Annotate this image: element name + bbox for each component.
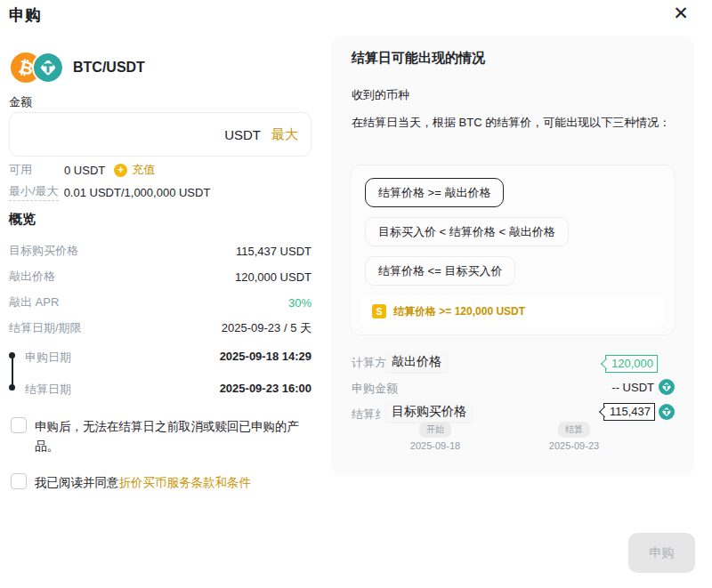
overview-row-label: 目标购买价格 xyxy=(9,243,78,259)
overview-row: 敲出价格 120,000 USDT xyxy=(9,269,312,285)
subscription-dialog: 申购 ✕ ₿ BTC/USDT 金额 USDT 最大 可用 0 USDT + 充… xyxy=(0,0,712,588)
agreement-checkbox-1[interactable] xyxy=(11,417,27,433)
scenario-card: 结算价格 >= 敲出价格 目标买入价 < 结算价格 < 敲出价格 结算价格 <=… xyxy=(350,165,676,335)
usdt-icon xyxy=(659,404,675,420)
subscribe-button[interactable]: 申购 xyxy=(628,533,695,573)
timeline-label: 结算日期 xyxy=(25,382,71,398)
usdt-icon xyxy=(32,52,64,84)
settle-badge-icon: S xyxy=(372,304,386,318)
agreement-row-2: 我已阅读并同意折价买币服务条款和条件 xyxy=(11,473,302,493)
usdt-icon xyxy=(659,379,675,395)
agreement-checkbox-2[interactable] xyxy=(11,473,27,489)
detail-label-settle: 结算纟 xyxy=(352,407,386,423)
product-pair: ₿ BTC/USDT xyxy=(11,52,145,84)
scenario-highlight: S 结算价格 >= 120,000 USDT xyxy=(361,295,664,327)
minmax-label: 最小/最大 xyxy=(9,183,59,201)
detail-value-amount: -- USDT xyxy=(611,379,675,395)
scenario-pill-between[interactable]: 目标买入价 < 结算价格 < 敲出价格 xyxy=(365,217,569,246)
timeline-line xyxy=(12,355,13,387)
timeline-value: 2025-09-23 16:00 xyxy=(220,382,312,398)
overview-row-value: 120,000 USDT xyxy=(235,270,312,284)
scenario-highlight-text: 结算价格 >= 120,000 USDT xyxy=(393,304,525,319)
amount-input-box: USDT 最大 xyxy=(9,112,312,157)
detail-label-calc: 计算方 xyxy=(352,355,386,371)
chart-target-label: 目标购买价格 xyxy=(386,402,472,422)
scenario-pill-knockout[interactable]: 结算价格 >= 敲出价格 xyxy=(365,178,504,207)
axis-start-date: 2025-09-18 xyxy=(386,440,484,451)
chart-axis-settle: 结算 2025-09-23 xyxy=(525,420,623,451)
scenario-pill-below-target[interactable]: 结算价格 <= 目标买入价 xyxy=(365,256,515,286)
available-label: 可用 xyxy=(9,162,64,178)
agreement-row-1: 申购后，无法在结算日之前取消或赎回已申购的产品。 xyxy=(11,417,302,457)
axis-settle-date: 2025-09-23 xyxy=(525,440,623,451)
overview-row: 敲出 APR 30% xyxy=(9,294,312,310)
amount-currency: USDT xyxy=(224,127,261,142)
available-row: 可用 0 USDT + 充值 xyxy=(9,162,312,178)
deposit-plus-icon[interactable]: + xyxy=(114,164,127,177)
panel-description: 在结算日当天，根据 BTC 的结算价，可能出现以下三种情况： xyxy=(352,112,676,133)
panel-title: 结算日可能出现的情况 xyxy=(352,50,485,67)
available-value: 0 USDT xyxy=(64,164,105,177)
overview-row-value: 115,437 USDT xyxy=(236,245,312,258)
page-title: 申购 xyxy=(9,4,41,26)
chart-axis-start: 开始 2025-09-18 xyxy=(386,420,484,451)
overview-title: 概览 xyxy=(9,211,36,228)
amount-value-text: -- USDT xyxy=(611,381,654,394)
agreement-text-prefix: 我已阅读并同意 xyxy=(35,476,119,489)
timeline-value: 2025-09-18 14:29 xyxy=(220,350,312,366)
overview-row: 目标购买价格 115,437 USDT xyxy=(9,243,312,259)
overview-row-value-apr: 30% xyxy=(288,296,312,310)
amount-input[interactable] xyxy=(22,127,224,142)
minmax-value: 0.01 USDT/1,000,000 USDT xyxy=(64,186,211,199)
timeline-dot xyxy=(9,352,15,358)
terms-link[interactable]: 折价买币服务条款和条件 xyxy=(119,476,252,489)
timeline-row: 结算日期 2025-09-23 16:00 xyxy=(25,382,312,398)
timeline-row: 申购日期 2025-09-18 14:29 xyxy=(25,350,312,366)
close-icon[interactable]: ✕ xyxy=(668,0,694,27)
settlement-panel: 结算日可能出现的情况 收到的币种 在结算日当天，根据 BTC 的结算价，可能出现… xyxy=(331,36,694,476)
overview-row-value: 2025-09-23 / 5 天 xyxy=(222,320,312,336)
minmax-row: 最小/最大 0.01 USDT/1,000,000 USDT xyxy=(9,183,312,201)
timeline-label: 申购日期 xyxy=(25,350,71,366)
max-button[interactable]: 最大 xyxy=(271,126,298,143)
axis-start-pill: 开始 xyxy=(419,422,451,438)
overview-row-label: 敲出 APR xyxy=(9,294,59,310)
timeline-dot xyxy=(9,384,15,391)
pair-label: BTC/USDT xyxy=(73,60,145,76)
chart-knockout-price-tag: 120,000 xyxy=(605,355,658,373)
received-currency-label: 收到的币种 xyxy=(352,87,409,103)
overview-row-label: 敲出价格 xyxy=(9,269,55,285)
overview-row: 结算日期/期限 2025-09-23 / 5 天 xyxy=(9,320,312,336)
agreement-text-1: 申购后，无法在结算日之前取消或赎回已申购的产品。 xyxy=(35,417,302,457)
amount-label: 金额 xyxy=(9,94,32,110)
topup-link[interactable]: 充值 xyxy=(132,162,155,178)
agreement-text-2: 我已阅读并同意折价买币服务条款和条件 xyxy=(35,473,302,493)
detail-label-amount: 申购金额 xyxy=(352,381,398,397)
axis-settle-pill: 结算 xyxy=(558,422,590,438)
overview-row-label: 结算日期/期限 xyxy=(9,320,82,336)
chart-target-price-tag: 115,437 xyxy=(603,403,655,421)
chart-knockout-label: 敲出价格 xyxy=(386,352,447,372)
